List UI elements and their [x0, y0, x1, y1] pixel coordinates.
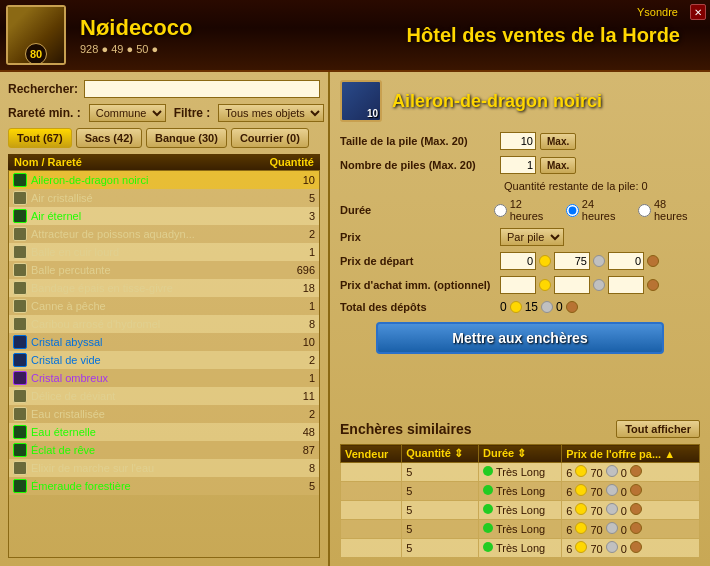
item-icon	[13, 335, 27, 349]
achat-label: Prix d'achat imm. (optionnel)	[340, 279, 500, 291]
duration-dot	[483, 542, 493, 552]
char-level: 80	[25, 43, 47, 65]
duree-24-option[interactable]: 24 heures	[566, 198, 628, 222]
rarity-select[interactable]: Commune	[89, 104, 166, 122]
table-row: 5Très Long6 70 0	[341, 520, 700, 539]
achat-silver-icon	[593, 279, 605, 291]
cell-duree: Très Long	[479, 539, 562, 558]
col-vendeur: Vendeur	[341, 445, 402, 463]
cell-duree: Très Long	[479, 520, 562, 539]
item-detail-header: 10 Aileron-de-dragon noirci	[340, 80, 700, 122]
item-name: Elixir de marche sur l'eau	[31, 462, 255, 474]
item-icon	[13, 191, 27, 205]
search-input[interactable]	[84, 80, 320, 98]
search-row: Rechercher:	[8, 80, 320, 98]
item-name: Cristal de vide	[31, 354, 255, 366]
item-name: Eau éternelle	[31, 426, 255, 438]
close-button[interactable]: ✕	[690, 4, 706, 20]
cell-vendeur	[341, 539, 402, 558]
depart-copper-input[interactable]	[608, 252, 644, 270]
pile-max-button[interactable]: Max.	[540, 133, 576, 150]
main-body: Rechercher: Rareté min. : Commune Filtre…	[0, 72, 710, 566]
list-item[interactable]: Émeraude forestière5	[9, 477, 319, 495]
item-qty: 5	[255, 192, 315, 204]
table-row: 5Très Long6 70 0	[341, 539, 700, 558]
item-qty: 11	[255, 390, 315, 402]
silver-icon	[606, 541, 618, 553]
gold-icon	[575, 541, 587, 553]
list-item[interactable]: Air cristallisé5	[9, 189, 319, 207]
item-qty: 8	[255, 462, 315, 474]
prix-select[interactable]: Par pile	[500, 228, 564, 246]
list-item[interactable]: Aileron-de-dragon noirci10	[9, 171, 319, 189]
list-item[interactable]: Eau éternelle48	[9, 423, 319, 441]
depart-silver-input[interactable]	[554, 252, 590, 270]
gold-icon	[575, 503, 587, 515]
similar-title: Enchères similaires	[340, 421, 472, 437]
auction-button[interactable]: Mettre aux enchères	[376, 322, 664, 354]
silver-icon	[593, 255, 605, 267]
list-item[interactable]: Cristal abyssal10	[9, 333, 319, 351]
item-qty: 2	[255, 354, 315, 366]
list-item[interactable]: Eau cristallisée2	[9, 405, 319, 423]
server-name: Ysondre	[637, 6, 678, 18]
item-count: 10	[367, 108, 378, 119]
list-item[interactable]: Air éternel3	[9, 207, 319, 225]
item-qty: 8	[255, 318, 315, 330]
item-name: Balle en cuir lourd	[31, 246, 255, 258]
achat-copper-input[interactable]	[608, 276, 644, 294]
depart-gold-input[interactable]	[500, 252, 536, 270]
item-name: Émeraude forestière	[31, 480, 255, 492]
list-item[interactable]: Éclat de rêve87	[9, 441, 319, 459]
cell-prix: 6 70 0	[562, 539, 700, 558]
item-icon	[13, 443, 27, 457]
list-item[interactable]: Balle en cuir lourd1	[9, 243, 319, 261]
pile-size-input[interactable]	[500, 132, 536, 150]
list-item[interactable]: Balle percutante696	[9, 261, 319, 279]
table-row: 5Très Long6 70 0	[341, 463, 700, 482]
col-duree: Durée ⇕	[479, 445, 562, 463]
silver-icon	[606, 522, 618, 534]
cell-qty: 5	[402, 539, 479, 558]
item-icon	[13, 317, 27, 331]
col-qty-header: Quantité	[254, 156, 314, 168]
pile-count-input[interactable]	[500, 156, 536, 174]
item-name: Air éternel	[31, 210, 255, 222]
filter-select[interactable]: Tous mes objets	[218, 104, 324, 122]
copper-icon	[630, 465, 642, 477]
list-item[interactable]: Caribou arrosé d'hydromel8	[9, 315, 319, 333]
tab-tout[interactable]: Tout (67)	[8, 128, 72, 148]
list-item[interactable]: Attracteur de poissons aquadyn...2	[9, 225, 319, 243]
item-qty: 1	[255, 300, 315, 312]
filter-row: Rareté min. : Commune Filtre : Tous mes …	[8, 104, 320, 122]
piles-max-button[interactable]: Max.	[540, 157, 576, 174]
tab-sacs[interactable]: Sacs (42)	[76, 128, 142, 148]
avatar: 80	[6, 5, 66, 65]
similar-table: Vendeur Quantité ⇕ Durée ⇕ Prix de l'off…	[340, 444, 700, 558]
total-label: Total des dépôts	[340, 301, 500, 313]
tab-courrier[interactable]: Courrier (0)	[231, 128, 309, 148]
list-item[interactable]: Cristal de vide2	[9, 351, 319, 369]
depart-label: Prix de départ	[340, 255, 500, 267]
item-qty: 696	[255, 264, 315, 276]
list-item[interactable]: Délice de déviant11	[9, 387, 319, 405]
cell-qty: 5	[402, 482, 479, 501]
achat-gold-input[interactable]	[500, 276, 536, 294]
item-list[interactable]: Aileron-de-dragon noirci10Air cristallis…	[8, 170, 320, 558]
char-name: Nøidecoco	[80, 15, 192, 41]
total-copper-icon	[566, 301, 578, 313]
duree-12-option[interactable]: 12 heures	[494, 198, 556, 222]
list-item[interactable]: Bandage épais en tisse-givre18	[9, 279, 319, 297]
achat-silver-input[interactable]	[554, 276, 590, 294]
gold-icon	[575, 484, 587, 496]
list-item[interactable]: Cristal ombreux1	[9, 369, 319, 387]
table-row: 5Très Long6 70 0	[341, 501, 700, 520]
list-item[interactable]: Elixir de marche sur l'eau8	[9, 459, 319, 477]
cell-qty: 5	[402, 520, 479, 539]
item-icon	[13, 425, 27, 439]
copper-icon	[630, 522, 642, 534]
show-all-button[interactable]: Tout afficher	[616, 420, 700, 438]
tab-banque[interactable]: Banque (30)	[146, 128, 227, 148]
duree-48-option[interactable]: 48 heures	[638, 198, 700, 222]
list-item[interactable]: Canne à pêche1	[9, 297, 319, 315]
